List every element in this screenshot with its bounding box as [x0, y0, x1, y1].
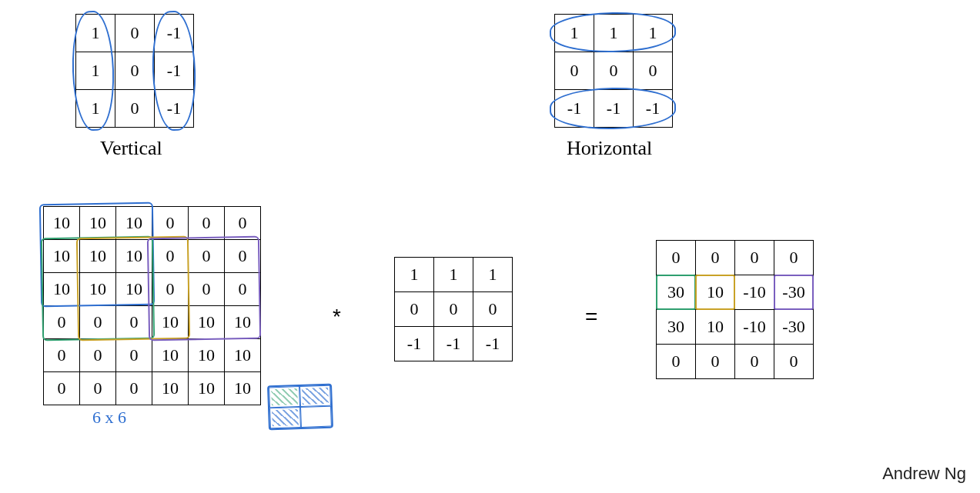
in-cell: 10 — [152, 372, 189, 405]
af-cell: 0 — [395, 292, 434, 327]
in-cell: 0 — [44, 339, 80, 372]
hf-cell: -1 — [594, 90, 634, 128]
out-cell: 0 — [774, 241, 814, 275]
vf-cell: -1 — [155, 15, 194, 52]
in-cell: 10 — [152, 339, 189, 372]
input-6x6-grid: 10 10 10 0 0 0 10 10 10 0 0 0 10 10 10 0… — [43, 206, 261, 405]
in-cell: 0 — [116, 306, 152, 339]
out-cell: -30 — [774, 310, 814, 345]
out-cell: 0 — [735, 241, 774, 275]
output-4x4-grid: 0 0 0 0 30 10 -10 -30 30 10 -10 -30 0 0 … — [656, 240, 814, 379]
out-cell: 0 — [696, 345, 735, 379]
in-cell: 10 — [189, 306, 225, 339]
horizontal-filter-block: 1 1 1 0 0 0 -1 -1 -1 — [554, 14, 673, 128]
in-cell: 10 — [44, 273, 80, 306]
vf-cell: 0 — [115, 15, 155, 52]
vertical-filter-block: 1 0 -1 1 0 -1 1 0 -1 — [75, 14, 194, 128]
horizontal-caption: Horizontal — [567, 137, 652, 160]
out-cell: 0 — [696, 241, 735, 275]
in-cell: 0 — [44, 372, 80, 405]
hf-cell: 0 — [555, 52, 594, 90]
af-cell: -1 — [473, 327, 513, 361]
out-cell: 30 — [657, 310, 696, 345]
input-6x6-block: 10 10 10 0 0 0 10 10 10 0 0 0 10 10 10 0… — [43, 206, 261, 405]
hf-cell: 0 — [634, 52, 673, 90]
af-cell: 1 — [473, 258, 513, 292]
in-cell: 10 — [225, 306, 261, 339]
in-cell: 0 — [189, 240, 225, 273]
in-cell: 10 — [44, 207, 80, 240]
in-cell: 0 — [225, 273, 261, 306]
in-cell: 0 — [189, 207, 225, 240]
in-cell: 10 — [44, 240, 80, 273]
vf-cell: 0 — [115, 90, 155, 128]
in-cell: 10 — [116, 273, 152, 306]
af-cell: 1 — [395, 258, 434, 292]
in-cell: 10 — [80, 273, 116, 306]
vf-cell: -1 — [155, 52, 194, 90]
in-cell: 0 — [44, 306, 80, 339]
hf-cell: -1 — [555, 90, 594, 128]
hf-cell: 0 — [594, 52, 634, 90]
out-cell: 0 — [774, 345, 814, 379]
out-cell: 0 — [657, 241, 696, 275]
in-cell: 0 — [225, 240, 261, 273]
in-cell: 10 — [189, 339, 225, 372]
af-cell: -1 — [434, 327, 473, 361]
hf-cell: 1 — [634, 15, 673, 52]
in-cell: 0 — [152, 207, 189, 240]
vf-cell: -1 — [155, 90, 194, 128]
in-cell: 10 — [116, 240, 152, 273]
in-cell: 10 — [80, 207, 116, 240]
hf-cell: -1 — [634, 90, 673, 128]
in-cell: 0 — [225, 207, 261, 240]
hf-cell: 1 — [594, 15, 634, 52]
in-cell: 10 — [152, 306, 189, 339]
vf-cell: 0 — [115, 52, 155, 90]
in-cell: 10 — [80, 240, 116, 273]
out-cell: -30 — [774, 275, 814, 310]
out-cell: 30 — [657, 275, 696, 310]
in-cell: 10 — [225, 372, 261, 405]
vf-cell: 1 — [76, 15, 115, 52]
in-cell: 0 — [80, 339, 116, 372]
output-4x4-block: 0 0 0 0 30 10 -10 -30 30 10 -10 -30 0 0 … — [656, 240, 814, 379]
af-cell: 1 — [434, 258, 473, 292]
out-cell: 10 — [696, 310, 735, 345]
mini-sketch-2x2 — [267, 384, 333, 431]
equals-operator: = — [585, 305, 597, 329]
horizontal-filter-grid: 1 1 1 0 0 0 -1 -1 -1 — [554, 14, 673, 128]
vertical-filter-grid: 1 0 -1 1 0 -1 1 0 -1 — [75, 14, 194, 128]
out-cell: -10 — [735, 310, 774, 345]
in-cell: 10 — [225, 339, 261, 372]
in-cell: 10 — [116, 207, 152, 240]
convolution-operator: * — [333, 305, 341, 329]
in-cell: 0 — [80, 372, 116, 405]
applied-filter-block: 1 1 1 0 0 0 -1 -1 -1 — [394, 257, 513, 361]
out-cell: -10 — [735, 275, 774, 310]
input-size-note: 6 x 6 — [92, 408, 126, 428]
out-cell: 0 — [657, 345, 696, 379]
vertical-caption: Vertical — [100, 137, 162, 160]
vf-cell: 1 — [76, 90, 115, 128]
hf-cell: 1 — [555, 15, 594, 52]
in-cell: 0 — [152, 273, 189, 306]
af-cell: 0 — [434, 292, 473, 327]
out-cell: 0 — [735, 345, 774, 379]
af-cell: 0 — [473, 292, 513, 327]
in-cell: 0 — [189, 273, 225, 306]
in-cell: 0 — [152, 240, 189, 273]
vf-cell: 1 — [76, 52, 115, 90]
in-cell: 10 — [189, 372, 225, 405]
out-cell: 10 — [696, 275, 735, 310]
author-credit: Andrew Ng — [882, 464, 966, 484]
in-cell: 0 — [116, 372, 152, 405]
af-cell: -1 — [395, 327, 434, 361]
in-cell: 0 — [80, 306, 116, 339]
in-cell: 0 — [116, 339, 152, 372]
applied-filter-grid: 1 1 1 0 0 0 -1 -1 -1 — [394, 257, 513, 361]
